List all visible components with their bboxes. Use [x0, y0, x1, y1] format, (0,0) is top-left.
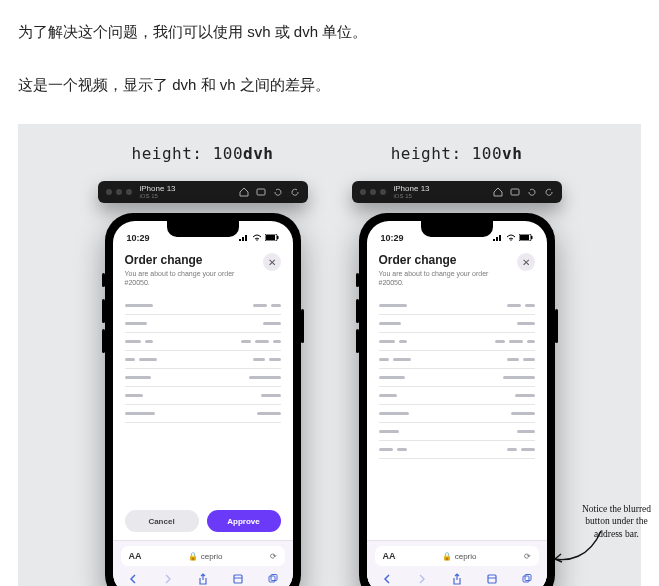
svg-rect-3 — [245, 235, 247, 241]
status-time: 10:29 — [381, 233, 404, 243]
list-item — [125, 351, 281, 369]
reload-icon[interactable]: ⟳ — [270, 552, 277, 561]
window-traffic-lights-icon — [106, 189, 132, 195]
safari-tabbar — [121, 571, 285, 586]
column-vh: height: 100vh iPhone 13 iOS 15 — [347, 144, 567, 586]
cancel-button[interactable]: Cancel — [125, 510, 199, 532]
address-url: ceprio — [455, 552, 477, 561]
reload-icon[interactable]: ⟳ — [524, 552, 531, 561]
list-item — [125, 333, 281, 351]
signal-icon — [239, 233, 249, 243]
paragraph-intro: 为了解决这个问题，我们可以使用 svh 或 dvh 单位。 — [18, 18, 641, 45]
volume-up-button — [356, 299, 359, 323]
list-item — [379, 351, 535, 369]
svg-rect-6 — [266, 235, 275, 240]
bookmarks-icon[interactable] — [232, 571, 244, 586]
list-item — [379, 333, 535, 351]
back-icon[interactable] — [381, 571, 393, 586]
lock-icon: 🔒 — [442, 552, 452, 561]
column-dvh: height: 100dvh iPhone 13 iOS 15 — [93, 144, 313, 586]
annotation-arrow-icon — [549, 529, 603, 569]
home-icon — [239, 187, 249, 197]
forward-icon[interactable] — [162, 571, 174, 586]
phone-mockup-dvh: 10:29 Order change You are about to chan… — [105, 213, 301, 586]
screenshot-icon — [510, 187, 520, 197]
text-size-icon[interactable]: AA — [129, 551, 142, 561]
sheet-rows — [125, 297, 281, 502]
share-icon[interactable] — [197, 571, 209, 586]
simulator-os: iOS 15 — [394, 193, 430, 199]
order-sheet: Order change You are about to change you… — [367, 245, 547, 586]
list-item — [125, 369, 281, 387]
list-item — [125, 297, 281, 315]
home-icon — [493, 187, 503, 197]
simulator-titlebar: iPhone 13 iOS 15 — [98, 181, 308, 203]
sheet-subtitle: You are about to change your order #2005… — [379, 269, 512, 287]
address-bar[interactable]: AA 🔒 ceprio ⟳ — [121, 546, 285, 566]
signal-icon — [493, 233, 503, 243]
list-item — [125, 387, 281, 405]
svg-rect-14 — [496, 237, 498, 241]
svg-rect-13 — [493, 239, 495, 241]
sheet-subtitle: You are about to change your order #2005… — [125, 269, 258, 287]
volume-up-button — [102, 299, 105, 323]
sheet-title: Order change — [379, 253, 512, 267]
mute-switch — [356, 273, 359, 287]
simulator-device: iPhone 13 — [140, 185, 176, 193]
paragraph-video-note: 这是一个视频，显示了 dvh 和 vh 之间的差异。 — [18, 71, 641, 98]
height-label-vh: height: 100vh — [391, 144, 523, 163]
list-item — [379, 297, 535, 315]
share-icon[interactable] — [451, 571, 463, 586]
window-traffic-lights-icon — [360, 189, 386, 195]
rotate-icon — [273, 187, 283, 197]
svg-rect-23 — [525, 575, 531, 581]
back-icon[interactable] — [127, 571, 139, 586]
volume-down-button — [356, 329, 359, 353]
sheet-title: Order change — [125, 253, 258, 267]
height-label-dvh: height: 100dvh — [132, 144, 274, 163]
mute-switch — [102, 273, 105, 287]
close-icon[interactable]: ✕ — [263, 253, 280, 271]
close-icon[interactable]: ✕ — [517, 253, 534, 271]
svg-rect-22 — [523, 576, 529, 582]
phone-notch — [421, 221, 493, 237]
bookmarks-icon[interactable] — [486, 571, 498, 586]
phone-screen: 10:29 Order change You are about to chan… — [113, 221, 293, 586]
list-item — [379, 387, 535, 405]
wifi-icon — [506, 233, 516, 243]
list-item — [379, 423, 535, 441]
list-item — [379, 441, 535, 459]
simulator-device: iPhone 13 — [394, 185, 430, 193]
svg-rect-8 — [234, 575, 242, 583]
address-url: ceprio — [201, 552, 223, 561]
svg-rect-20 — [488, 575, 496, 583]
forward-icon[interactable] — [416, 571, 428, 586]
text-size-icon[interactable]: AA — [383, 551, 396, 561]
comparison-figure: height: 100dvh iPhone 13 iOS 15 — [18, 124, 641, 586]
list-item — [379, 315, 535, 333]
svg-point-4 — [256, 239, 258, 241]
tabs-icon[interactable] — [521, 571, 533, 586]
svg-rect-2 — [242, 237, 244, 241]
svg-rect-11 — [271, 575, 277, 581]
address-bar[interactable]: AA 🔒 ceprio ⟳ — [375, 546, 539, 566]
phone-mockup-vh: 10:29 Order change You are about to chan… — [359, 213, 555, 586]
sheet-actions: Cancel Approve — [125, 502, 281, 540]
svg-rect-19 — [531, 236, 533, 239]
svg-rect-10 — [269, 576, 275, 582]
approve-button[interactable]: Approve — [207, 510, 281, 532]
power-button — [301, 309, 304, 343]
screenshot-icon — [256, 187, 266, 197]
safari-chrome: AA 🔒 ceprio ⟳ — [367, 540, 547, 586]
order-sheet: Order change You are about to change you… — [113, 245, 293, 540]
volume-down-button — [102, 329, 105, 353]
list-item — [379, 405, 535, 423]
lock-icon: 🔒 — [188, 552, 198, 561]
svg-rect-18 — [520, 235, 529, 240]
phone-screen: 10:29 Order change You are about to chan… — [367, 221, 547, 586]
wifi-icon — [252, 233, 262, 243]
tabs-icon[interactable] — [267, 571, 279, 586]
simulator-os: iOS 15 — [140, 193, 176, 199]
list-item — [379, 369, 535, 387]
svg-rect-12 — [511, 189, 519, 195]
